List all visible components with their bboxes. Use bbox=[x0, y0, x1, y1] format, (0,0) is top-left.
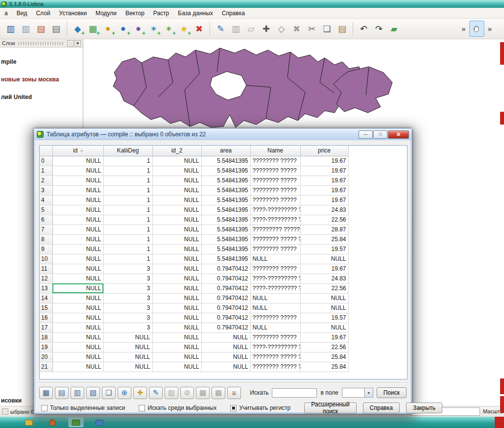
maximize-button[interactable]: □ bbox=[373, 130, 387, 139]
column-header-Name[interactable]: Name bbox=[250, 146, 300, 156]
cell-price[interactable]: 25.84 bbox=[300, 362, 348, 372]
add-raster-layer-icon[interactable]: ▦+ bbox=[86, 22, 99, 35]
row-header[interactable]: 15 bbox=[40, 303, 52, 313]
delete-column-button[interactable]: ▦ bbox=[212, 387, 225, 399]
field-select[interactable]: ▼ bbox=[342, 388, 373, 398]
row-header[interactable]: 5 bbox=[40, 205, 52, 215]
cell-Name[interactable]: ???????? ????? ?... bbox=[250, 234, 300, 244]
cell-id_2[interactable]: NULL bbox=[152, 362, 201, 372]
cell-id_2[interactable]: NULL bbox=[152, 323, 201, 332]
cell-id[interactable]: NULL bbox=[52, 215, 103, 225]
cell-price[interactable]: 28.87 bbox=[300, 225, 348, 234]
cell-KaliiDeg[interactable]: NULL bbox=[103, 342, 152, 352]
row-header[interactable]: 18 bbox=[40, 332, 52, 342]
cell-Name[interactable]: ????-????????? ??... bbox=[250, 215, 300, 225]
cell-price[interactable]: 19.67 bbox=[300, 156, 348, 166]
cell-id[interactable]: NULL bbox=[52, 254, 103, 264]
column-header-area[interactable]: area bbox=[201, 146, 250, 156]
cell-Name[interactable]: ???????? ????? bbox=[250, 313, 300, 323]
cell-Name[interactable]: ????-????????? ??... bbox=[250, 342, 300, 352]
panel-float-button[interactable]: □ bbox=[67, 40, 73, 47]
row-header[interactable]: 9 bbox=[40, 244, 52, 254]
cell-id[interactable]: NULL bbox=[52, 166, 103, 176]
search-button[interactable]: Поиск bbox=[377, 387, 407, 398]
cell-KaliiDeg[interactable]: 1 bbox=[103, 254, 152, 264]
save-edits-icon[interactable]: ▥ bbox=[229, 22, 242, 35]
row-header[interactable]: 0 bbox=[40, 156, 52, 166]
taskbar-folder-button[interactable] bbox=[22, 418, 36, 427]
new-column-button[interactable]: ▦ bbox=[196, 387, 210, 399]
zoom-to-selection-button[interactable]: ⊕ bbox=[118, 387, 131, 399]
cell-id_2[interactable]: NULL bbox=[152, 205, 201, 215]
cell-id[interactable]: NULL bbox=[52, 293, 103, 303]
cell-price[interactable]: 19.67 bbox=[300, 195, 348, 205]
cell-price[interactable]: 24.83 bbox=[300, 274, 348, 283]
copy-selected-rows-button[interactable]: ❏ bbox=[102, 387, 116, 399]
menu-item-Слой[interactable]: Слой bbox=[31, 8, 54, 19]
row-header[interactable]: 1 bbox=[40, 166, 52, 176]
capture-polygon-icon[interactable]: ▱ bbox=[244, 22, 258, 35]
cell-KaliiDeg[interactable]: NULL bbox=[103, 332, 152, 342]
paste-features-icon[interactable]: ▤ bbox=[336, 22, 349, 35]
row-header[interactable]: 4 bbox=[40, 195, 52, 205]
column-header-id[interactable]: id▿ bbox=[52, 146, 103, 156]
search-input[interactable] bbox=[272, 388, 317, 398]
redo-icon[interactable]: ↷ bbox=[372, 22, 385, 35]
cell-area[interactable]: 0.79470412 bbox=[201, 264, 250, 274]
cell-price[interactable]: 24.83 bbox=[300, 205, 348, 215]
cell-KaliiDeg[interactable]: 3 bbox=[103, 313, 152, 323]
invert-selection-button[interactable]: ▧ bbox=[86, 387, 100, 399]
row-header[interactable]: 2 bbox=[40, 176, 52, 185]
add-wfs-layer-icon[interactable]: ✶+ bbox=[162, 22, 175, 35]
cell-id_2[interactable]: NULL bbox=[152, 274, 201, 283]
row-header[interactable]: 11 bbox=[40, 264, 52, 274]
cell-area[interactable]: 5.54841395 bbox=[201, 244, 250, 254]
layer-item[interactable]: новые зоны москва bbox=[1, 76, 59, 83]
cell-price[interactable]: 19.57 bbox=[300, 313, 348, 323]
cell-price[interactable]: 22.56 bbox=[300, 342, 348, 352]
cell-id_2[interactable]: NULL bbox=[152, 313, 201, 323]
cell-Name[interactable]: ???????? ????? bbox=[250, 166, 300, 176]
menu-item-а[interactable]: а bbox=[0, 8, 12, 19]
cell-area[interactable]: 0.79470412 bbox=[201, 303, 250, 313]
toggle-editing-button[interactable]: ✎ bbox=[149, 387, 163, 399]
cell-Name[interactable]: ???????? ????? bbox=[250, 185, 300, 195]
cell-id_2[interactable]: NULL bbox=[152, 215, 201, 225]
cell-id_2[interactable]: NULL bbox=[152, 332, 201, 342]
cell-price[interactable]: 25.84 bbox=[300, 352, 348, 362]
cell-id[interactable]: NULL bbox=[52, 185, 103, 195]
cell-KaliiDeg[interactable]: 1 bbox=[103, 244, 152, 254]
cell-Name[interactable]: ???????? ????? bbox=[250, 332, 300, 342]
add-postgis-layer-icon[interactable]: ●+ bbox=[117, 22, 130, 35]
menu-item-Вид[interactable]: Вид bbox=[12, 8, 32, 19]
dialog-titlebar[interactable]: Таблица атрибутов — compile :: выбрано 0… bbox=[34, 128, 412, 140]
open-field-calculator-button[interactable]: ≡ bbox=[227, 387, 241, 399]
row-header[interactable]: 20 bbox=[40, 352, 52, 362]
cell-KaliiDeg[interactable]: 3 bbox=[103, 264, 152, 274]
cell-id[interactable]: NULL bbox=[52, 274, 103, 283]
cell-id_2[interactable]: NULL bbox=[152, 303, 201, 313]
column-header-KaliiDeg[interactable]: KaliiDeg bbox=[103, 146, 152, 156]
cell-Name[interactable]: ???????? ????? bbox=[250, 264, 300, 274]
cell-price[interactable]: NULL bbox=[300, 293, 348, 303]
cell-KaliiDeg[interactable]: 3 bbox=[103, 274, 152, 283]
toggle-editing-icon[interactable]: ✎ bbox=[214, 22, 227, 35]
close-window-button[interactable]: ✕ bbox=[388, 130, 409, 139]
toolbar-overflow-icon[interactable]: » bbox=[461, 25, 465, 33]
attribute-table[interactable]: id▿KaliiDegid_2areaNameprice 0NULL1NULL5… bbox=[39, 145, 408, 379]
checkbox-Искать среди выбранных[interactable]: Искать среди выбранных bbox=[139, 404, 216, 411]
move-selection-to-top-button[interactable]: ▥ bbox=[71, 387, 84, 399]
cell-id[interactable]: NULL bbox=[52, 313, 103, 323]
print-icon[interactable]: ▤ bbox=[49, 22, 63, 35]
simplify-feature-icon[interactable]: ▰ bbox=[387, 22, 401, 35]
cell-Name[interactable]: ???????? ????? bbox=[250, 244, 300, 254]
cell-price[interactable]: 19.67 bbox=[300, 264, 348, 274]
cell-price[interactable]: 19.67 bbox=[300, 185, 348, 195]
cell-id[interactable]: NULL bbox=[52, 264, 103, 274]
cell-id[interactable]: NULL bbox=[52, 332, 103, 342]
close-button[interactable]: Закрыть bbox=[406, 403, 442, 413]
cell-Name[interactable]: NULL bbox=[250, 254, 300, 264]
row-header[interactable]: 6 bbox=[40, 215, 52, 225]
cell-Name[interactable]: NULL bbox=[250, 323, 300, 332]
cell-id[interactable]: NULL bbox=[52, 352, 103, 362]
